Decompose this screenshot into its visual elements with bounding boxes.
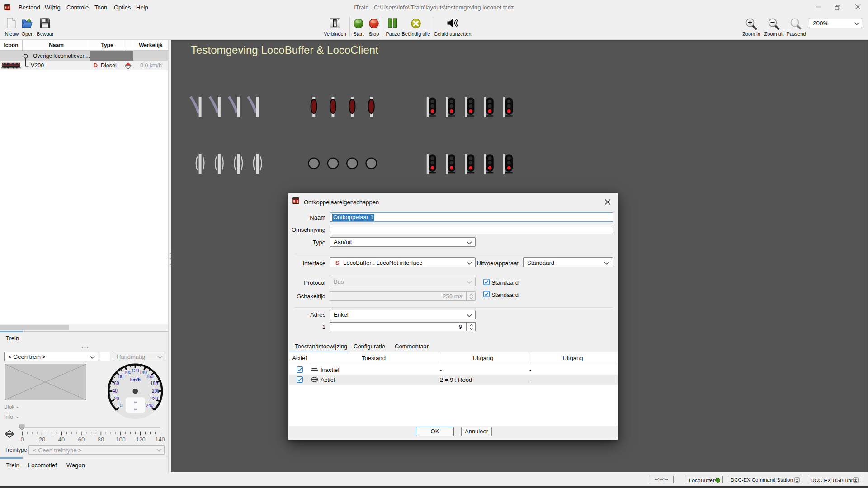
svg-text:100: 100: [124, 370, 132, 375]
svg-text:200: 200: [152, 389, 160, 394]
svg-text:120: 120: [132, 368, 139, 373]
svg-text:0: 0: [120, 403, 123, 408]
svg-text:60: 60: [114, 381, 119, 386]
svg-text:km/h: km/h: [130, 377, 141, 382]
svg-text:180: 180: [151, 381, 158, 386]
svg-text:20: 20: [114, 396, 119, 401]
svg-text:160: 160: [146, 374, 154, 379]
svg-text:220: 220: [151, 396, 158, 401]
svg-text:240: 240: [146, 403, 154, 408]
svg-text:40: 40: [113, 389, 118, 394]
svg-text:80: 80: [118, 374, 124, 379]
